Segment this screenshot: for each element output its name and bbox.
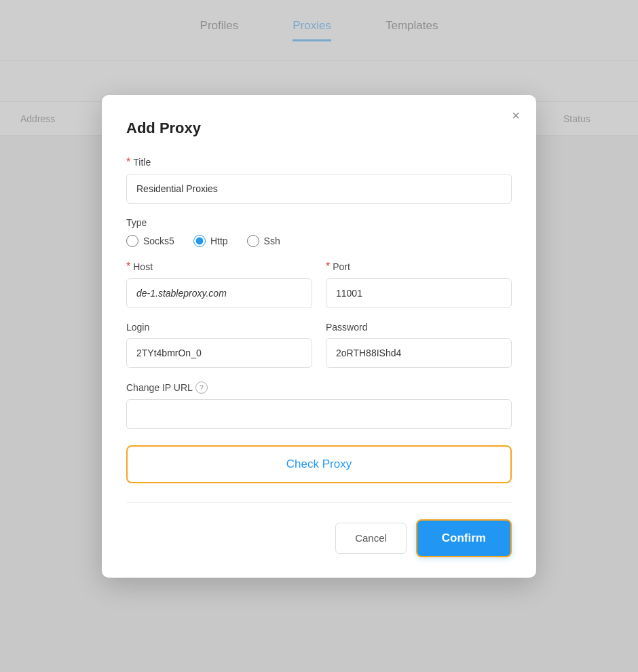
login-field-group: Login <box>126 322 312 368</box>
modal-overlay: × Add Proxy * Title Type Socks5 Http <box>0 0 638 672</box>
password-field-group: Password <box>326 322 512 368</box>
type-section: Type Socks5 Http Ssh <box>126 217 512 247</box>
login-label-text: Login <box>126 322 149 333</box>
host-required-star: * <box>126 261 130 273</box>
check-proxy-button[interactable]: Check Proxy <box>126 445 512 483</box>
radio-ssh[interactable]: Ssh <box>247 235 280 247</box>
password-label-text: Password <box>326 322 367 333</box>
host-port-row: * Host * Port <box>126 261 512 308</box>
port-field-group: * Port <box>326 261 512 308</box>
modal-title: Add Proxy <box>126 119 512 137</box>
port-required-star: * <box>326 261 330 273</box>
radio-socks5[interactable]: Socks5 <box>126 235 174 247</box>
port-label-text: Port <box>333 261 350 272</box>
change-ip-label: Change IP URL ? <box>126 381 512 394</box>
change-ip-section: Change IP URL ? <box>126 381 512 429</box>
port-label: * Port <box>326 261 512 273</box>
type-radio-group: Socks5 Http Ssh <box>126 235 512 247</box>
host-label-text: Host <box>133 261 153 272</box>
title-required-star: * <box>126 156 130 168</box>
title-input[interactable] <box>126 174 512 204</box>
title-label-text: Title <box>133 157 151 168</box>
radio-socks5-input[interactable] <box>126 235 138 247</box>
change-ip-input[interactable] <box>126 399 512 429</box>
cancel-button[interactable]: Cancel <box>335 523 407 554</box>
confirm-button[interactable]: Confirm <box>416 519 512 557</box>
modal-divider <box>126 502 512 503</box>
title-field-group: * Title <box>126 156 512 204</box>
radio-ssh-label: Ssh <box>264 236 280 246</box>
radio-socks5-label: Socks5 <box>143 236 174 246</box>
type-label: Type <box>126 217 512 228</box>
radio-ssh-input[interactable] <box>247 235 259 247</box>
host-field-group: * Host <box>126 261 312 308</box>
add-proxy-modal: × Add Proxy * Title Type Socks5 Http <box>102 95 536 578</box>
host-input[interactable] <box>126 278 312 308</box>
login-label: Login <box>126 322 312 333</box>
login-password-row: Login Password <box>126 322 512 368</box>
port-input[interactable] <box>326 278 512 308</box>
password-input[interactable] <box>326 338 512 368</box>
radio-http-input[interactable] <box>193 235 206 247</box>
login-input[interactable] <box>126 338 312 368</box>
modal-footer: Cancel Confirm <box>126 519 512 557</box>
host-label: * Host <box>126 261 312 273</box>
change-ip-label-text: Change IP URL <box>126 382 193 393</box>
radio-http[interactable]: Http <box>193 235 228 247</box>
change-ip-info-icon[interactable]: ? <box>195 381 208 394</box>
password-label: Password <box>326 322 512 333</box>
modal-close-button[interactable]: × <box>512 109 520 122</box>
title-label: * Title <box>126 156 512 168</box>
radio-http-label: Http <box>210 236 228 246</box>
